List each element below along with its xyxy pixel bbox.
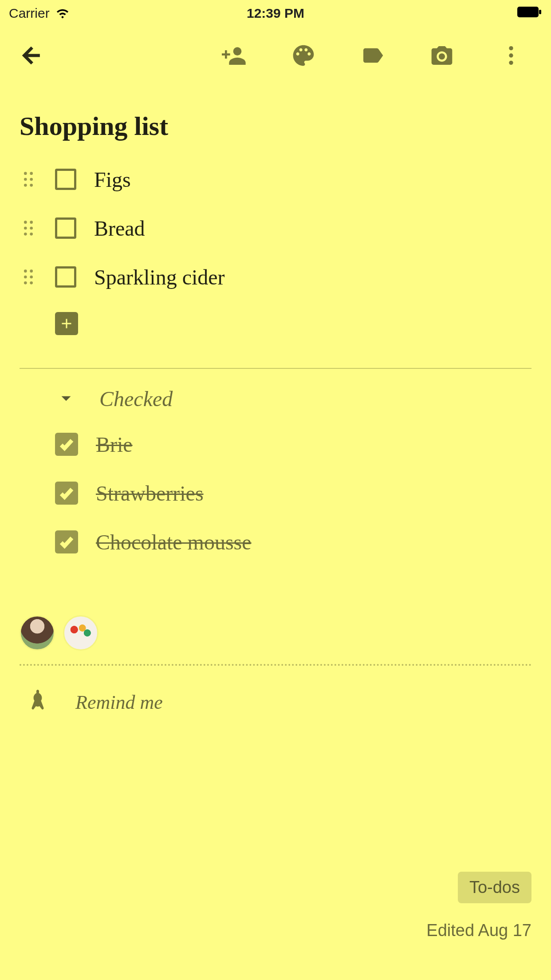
checked-section-toggle[interactable]: Checked (0, 369, 551, 415)
checklist-item-text[interactable]: Brie (96, 432, 133, 457)
svg-point-4 (509, 53, 513, 57)
status-left: Carrier (9, 4, 70, 23)
checkbox-unchecked[interactable] (55, 266, 76, 288)
checkbox-checked[interactable] (55, 433, 78, 456)
label-button[interactable] (359, 42, 386, 69)
checklist-item-text[interactable]: Chocolate mousse (96, 530, 252, 554)
back-button[interactable] (18, 42, 44, 69)
drag-handle-icon[interactable] (20, 170, 37, 188)
svg-rect-1 (539, 10, 541, 14)
status-bar: Carrier 12:39 PM (0, 0, 551, 27)
checklist-item-checked[interactable]: Brie (55, 420, 531, 469)
svg-point-18 (24, 269, 27, 273)
note-tag-chip[interactable]: To-dos (458, 872, 531, 903)
svg-point-23 (30, 281, 33, 285)
svg-point-11 (30, 184, 33, 187)
toolbar (0, 27, 551, 84)
edited-timestamp: Edited Aug 17 (426, 921, 531, 940)
svg-point-7 (30, 172, 33, 175)
battery-icon (517, 6, 542, 21)
checklist-item-checked[interactable]: Chocolate mousse (55, 518, 531, 566)
checklist-item-text[interactable]: Bread (94, 216, 145, 241)
more-menu-button[interactable] (498, 42, 524, 69)
checkbox-unchecked[interactable] (55, 217, 76, 239)
collaborator-avatar[interactable] (20, 615, 55, 651)
svg-point-6 (24, 172, 27, 175)
svg-point-19 (30, 269, 33, 273)
svg-point-15 (30, 227, 33, 230)
svg-rect-0 (517, 7, 539, 17)
drag-handle-icon[interactable] (20, 268, 37, 286)
checklist-checked: Brie Strawberries Chocolate mousse (0, 415, 551, 566)
svg-point-13 (30, 221, 33, 224)
svg-point-12 (24, 221, 27, 224)
collaborators (0, 566, 551, 664)
remind-me-label: Remind me (75, 691, 163, 714)
checklist-item-text[interactable]: Strawberries (96, 481, 204, 506)
svg-point-14 (24, 227, 27, 230)
add-item-button[interactable] (55, 312, 78, 335)
checklist-item[interactable]: Bread (20, 204, 531, 253)
svg-point-10 (24, 184, 27, 187)
svg-point-21 (30, 276, 33, 279)
toolbar-actions (221, 42, 524, 69)
drag-handle-icon[interactable] (20, 219, 37, 237)
checklist-item-checked[interactable]: Strawberries (55, 469, 531, 518)
remind-me-button[interactable]: Remind me (0, 666, 551, 716)
checklist-item[interactable]: Sparkling cider (20, 253, 531, 301)
svg-point-5 (509, 61, 513, 65)
collaborator-avatar[interactable] (63, 615, 98, 651)
add-item-row[interactable] (20, 301, 531, 346)
svg-point-8 (24, 178, 27, 181)
chevron-down-icon (55, 387, 77, 411)
svg-point-16 (24, 233, 27, 236)
camera-button[interactable] (429, 42, 455, 69)
svg-point-9 (30, 178, 33, 181)
color-palette-button[interactable] (290, 42, 317, 69)
note-footer: To-dos Edited Aug 17 (426, 872, 531, 940)
svg-point-20 (24, 276, 27, 279)
checklist-unchecked: Figs Bread Sparkling cider (0, 146, 551, 346)
svg-point-17 (30, 233, 33, 236)
checklist-item-text[interactable]: Figs (94, 167, 131, 192)
svg-point-3 (509, 46, 513, 50)
svg-point-2 (233, 47, 242, 55)
checked-section-label: Checked (99, 387, 173, 411)
wifi-icon (55, 4, 70, 23)
checklist-item[interactable]: Figs (20, 155, 531, 204)
note-title[interactable]: Shopping list (0, 84, 551, 146)
checklist-item-text[interactable]: Sparkling cider (94, 265, 225, 289)
add-collaborator-button[interactable] (221, 42, 248, 69)
checkbox-unchecked[interactable] (55, 169, 76, 190)
checkbox-checked[interactable] (55, 482, 78, 505)
checkbox-checked[interactable] (55, 530, 78, 553)
reminder-icon (27, 688, 49, 716)
status-time: 12:39 PM (247, 6, 304, 21)
status-right (517, 6, 542, 21)
carrier-label: Carrier (9, 6, 50, 21)
svg-point-22 (24, 281, 27, 285)
